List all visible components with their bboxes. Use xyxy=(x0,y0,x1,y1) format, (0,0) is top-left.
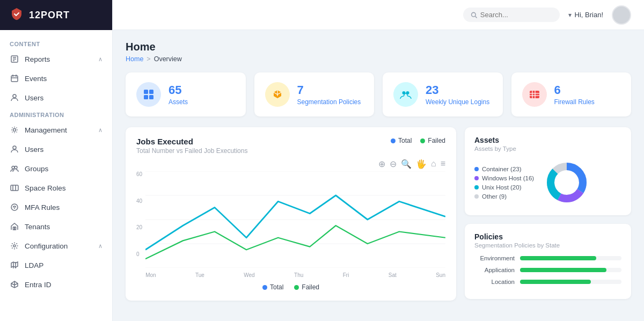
policies-panel: Policies Segmentation Policies by State … xyxy=(465,224,631,299)
jobs-chart-svg xyxy=(145,171,445,268)
events-icon xyxy=(10,74,19,83)
sidebar-item-users-content[interactable]: Users xyxy=(0,88,112,107)
sidebar-item-space-roles[interactable]: Space Roles xyxy=(0,178,112,198)
svg-point-12 xyxy=(14,166,17,169)
sidebar-item-tenants[interactable]: Tenants xyxy=(0,217,112,236)
entra-icon xyxy=(10,280,19,289)
svg-rect-31 xyxy=(530,91,539,98)
zoom-in-icon[interactable]: ⊕ xyxy=(378,159,385,169)
home-chart-icon[interactable]: ⌂ xyxy=(431,159,436,169)
logins-stat-info: 23 Weekly Unique Logins xyxy=(426,83,489,106)
firewall-icon xyxy=(529,89,540,100)
assets-number[interactable]: 65 xyxy=(169,83,188,97)
donut-container: Container (23) Windows Host (16) Unix Ho… xyxy=(474,158,621,207)
sidebar-item-reports-label: Reports xyxy=(25,55,50,63)
assets-label[interactable]: Assets xyxy=(169,98,188,106)
zoom-out-icon[interactable]: ⊖ xyxy=(390,159,397,169)
container-dot xyxy=(474,167,479,171)
sidebar-item-events[interactable]: Events xyxy=(0,69,112,88)
jobs-chart-card: Jobs Executed Total Number vs Failed Job… xyxy=(126,127,456,301)
bottom-legend-failed: Failed xyxy=(294,283,319,291)
search-bar[interactable] xyxy=(463,8,560,22)
bottom-legend-total: Total xyxy=(262,283,283,291)
sidebar-item-entra-id[interactable]: Entra ID xyxy=(0,275,112,294)
logins-number[interactable]: 23 xyxy=(426,83,489,97)
breadcrumb-separator: > xyxy=(147,55,150,63)
svg-point-9 xyxy=(13,129,16,132)
report-icon xyxy=(10,54,19,64)
stat-card-firewall: 6 Firewall Rules xyxy=(511,72,632,116)
jobs-chart-header: Jobs Executed Total Number vs Failed Job… xyxy=(136,137,445,155)
roles-icon xyxy=(10,183,19,193)
policy-bar-application xyxy=(520,268,606,272)
sidebar-item-configuration[interactable]: Configuration ∧ xyxy=(0,236,112,256)
logins-icon-bg xyxy=(393,82,418,107)
svg-point-23 xyxy=(471,12,475,17)
unix-label: Unix Host (20) xyxy=(482,184,522,191)
chart-y-labels: 60 40 20 0 xyxy=(136,171,145,257)
user-greeting: ▾ Hi, Brian! xyxy=(568,11,603,19)
donut-chart-svg xyxy=(543,158,591,207)
users-icon xyxy=(10,93,19,103)
svg-rect-28 xyxy=(149,95,153,99)
logo-text: 12PORT xyxy=(29,10,70,21)
tenants-icon xyxy=(10,222,19,231)
search-input[interactable] xyxy=(480,11,552,19)
legend-unix: Unix Host (20) xyxy=(474,184,534,191)
stat-card-assets: 65 Assets xyxy=(126,72,246,116)
svg-rect-25 xyxy=(144,90,148,94)
sidebar-item-users-admin[interactable]: Users xyxy=(0,140,112,159)
svg-rect-4 xyxy=(11,76,18,82)
config-icon xyxy=(10,241,19,251)
management-chevron: ∧ xyxy=(98,127,103,134)
policy-bar-location xyxy=(520,280,591,284)
other-label: Other (9) xyxy=(482,193,507,200)
x-label-sun: Sun xyxy=(436,272,445,278)
sidebar-item-users-label: Users xyxy=(25,94,43,102)
stats-row: 65 Assets 7 Segmentation Policies xyxy=(126,72,631,116)
firewall-icon-bg xyxy=(522,82,547,107)
avatar xyxy=(612,5,631,25)
x-label-thu: Thu xyxy=(294,272,303,278)
bottom-total-dot xyxy=(262,285,267,290)
container-label: Container (23) xyxy=(482,166,522,172)
policy-label-application: Application xyxy=(474,267,515,273)
configuration-chevron: ∧ xyxy=(98,243,103,250)
legend-failed-label: Failed xyxy=(428,137,445,144)
sidebar-item-ldap[interactable]: LDAP xyxy=(0,256,112,275)
legend-failed: Failed xyxy=(420,137,445,144)
sidebar-item-groups[interactable]: Groups xyxy=(0,159,112,178)
assets-panel: Assets Assets by Type Container (23) Win… xyxy=(465,127,631,215)
menu-chart-icon[interactable]: ≡ xyxy=(441,159,445,169)
sidebar-item-space-roles-label: Space Roles xyxy=(25,184,66,192)
firewall-number[interactable]: 6 xyxy=(554,83,595,97)
mfa-icon xyxy=(10,202,19,212)
search-chart-icon[interactable]: 🔍 xyxy=(401,159,412,169)
logins-label[interactable]: Weekly Unique Logins xyxy=(426,98,489,106)
segmentation-label[interactable]: Segmentation Policies xyxy=(297,98,361,106)
main-area: ▾ Hi, Brian! Home Home > Overview xyxy=(113,0,644,321)
x-label-wed: Wed xyxy=(244,272,254,278)
firewall-label[interactable]: Firewall Rules xyxy=(554,98,595,106)
sidebar-item-reports[interactable]: Reports ∧ xyxy=(0,49,112,69)
sidebar: 12PORT Content Reports ∧ Events Users Ad… xyxy=(0,0,113,321)
svg-rect-13 xyxy=(11,185,18,191)
policy-bar-bg-location xyxy=(520,280,621,284)
breadcrumb-home[interactable]: Home xyxy=(126,55,143,63)
svg-rect-27 xyxy=(144,95,148,99)
y-label-0: 0 xyxy=(136,251,142,257)
pan-icon[interactable]: 🖐 xyxy=(416,159,427,169)
segmentation-number[interactable]: 7 xyxy=(297,83,361,97)
content-section-label: Content xyxy=(0,37,112,49)
x-label-sat: Sat xyxy=(389,272,397,278)
sidebar-item-management[interactable]: Management ∧ xyxy=(0,120,112,140)
firewall-stat-info: 6 Firewall Rules xyxy=(554,83,595,106)
breadcrumb-current: Overview xyxy=(154,55,182,63)
stat-card-segmentation: 7 Segmentation Policies xyxy=(254,72,375,116)
x-label-tue: Tue xyxy=(195,272,204,278)
legend-other: Other (9) xyxy=(474,193,534,200)
sidebar-item-users-admin-label: Users xyxy=(25,145,43,154)
jobs-chart-legend: Total Failed xyxy=(391,137,445,144)
sidebar-item-mfa-rules[interactable]: MFA Rules xyxy=(0,198,112,217)
management-icon xyxy=(10,125,19,135)
